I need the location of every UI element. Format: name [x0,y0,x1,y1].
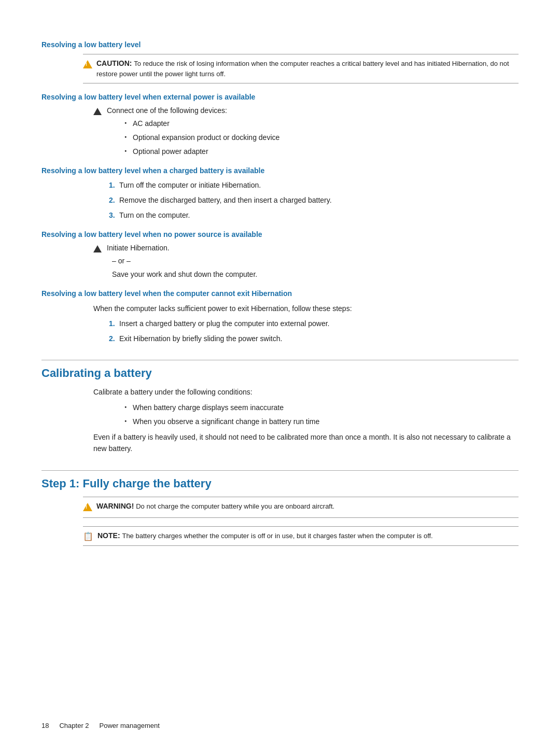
note-label: NOTE: [97,531,120,540]
caution-label: CAUTION: [96,59,132,67]
connect-text: Connect one of the following devices: [107,106,227,115]
heading-cannot-exit: Resolving a low battery level when the c… [41,289,519,298]
list-item: Optional expansion product or docking de… [124,132,519,143]
section-step1: Step 1: Fully charge the battery WARNING… [41,470,519,546]
hibernate-text: Initiate Hibernation. [107,244,170,252]
footer-text: 18 Chapter 2 Power management [41,722,160,729]
list-item: 1. Insert a charged battery or plug the … [109,318,519,329]
section-divider-step1 [41,470,519,471]
list-item: Optional power adapter [124,146,519,157]
list-item: 1. Turn off the computer or initiate Hib… [109,180,519,191]
warning-triangle-icon [83,502,92,513]
heading-step1: Step 1: Fully charge the battery [41,477,519,490]
list-item: 2. Remove the discharged battery, and th… [109,195,519,206]
list-item: 3. Turn on the computer. [109,210,519,221]
heading-external-power: Resolving a low battery level when exter… [41,93,519,101]
footer-chapter: Chapter 2 [59,722,89,729]
save-work-text: Save your work and shut down the compute… [112,269,519,280]
footer-chapter-title: Power management [100,722,160,729]
subsection-cannot-exit: Resolving a low battery level when the c… [41,289,519,344]
section-calibrating: Calibrating a battery Calibrate a batter… [41,360,519,454]
calibrating-body: Calibrate a battery under the following … [93,386,519,398]
list-item: 2. Exit Hibernation by briefly sliding t… [109,333,519,344]
triangle-bullet-icon [93,108,102,115]
triangle-bullet-icon-2 [93,245,102,252]
section-divider-calibrating [41,360,519,360]
caution-content: CAUTION: To reduce the risk of losing in… [96,59,519,79]
heading-calibrating: Calibrating a battery [41,367,519,380]
caution-text: To reduce the risk of losing information… [96,60,509,78]
subsection-external-power: Resolving a low battery level when exter… [41,93,519,157]
warning-box: WARNING! Do not charge the computer batt… [83,497,519,518]
cannot-exit-list: 1. Insert a charged battery or plug the … [109,318,519,344]
note-box: 📋 NOTE: The battery charges whether the … [83,526,519,546]
calibrating-body2: Even if a battery is heavily used, it sh… [93,431,519,455]
or-separator: – or – [112,257,519,265]
charged-battery-list: 1. Turn off the computer or initiate Hib… [109,180,519,221]
connect-devices-list: AC adapter Optional expansion product or… [124,118,519,157]
warning-label: WARNING! [96,502,134,510]
heading-resolving: Resolving a low battery level [41,40,519,49]
triangle-bullet-connect: Connect one of the following devices: [93,106,519,115]
note-doc-icon: 📋 [83,531,93,541]
heading-no-power: Resolving a low battery level when no po… [41,230,519,238]
page-content: Resolving a low battery level CAUTION: T… [0,0,560,596]
cannot-exit-body: When the computer lacks sufficient power… [93,303,519,314]
list-item: When you observe a significant change in… [124,416,519,427]
caution-triangle-icon [83,59,92,71]
subsection-no-power: Resolving a low battery level when no po… [41,230,519,280]
warning-content: WARNING! Do not charge the computer batt… [96,501,334,512]
subsection-charged-battery: Resolving a low battery level when a cha… [41,166,519,221]
caution-box: CAUTION: To reduce the risk of losing in… [83,54,519,83]
section-resolving: Resolving a low battery level CAUTION: T… [41,40,519,344]
footer-page-number: 18 [41,722,49,729]
list-item: AC adapter [124,118,519,129]
note-text: The battery charges whether the computer… [122,532,432,540]
calibrating-conditions-list: When battery charge displays seem inaccu… [124,402,519,427]
heading-charged-battery: Resolving a low battery level when a cha… [41,166,519,175]
note-content: NOTE: The battery charges whether the co… [97,531,433,541]
list-item: When battery charge displays seem inaccu… [124,402,519,413]
triangle-bullet-hibernate: Initiate Hibernation. [93,244,519,252]
footer: 18 Chapter 2 Power management [41,722,160,729]
warning-text: Do not charge the computer battery while… [136,502,334,510]
